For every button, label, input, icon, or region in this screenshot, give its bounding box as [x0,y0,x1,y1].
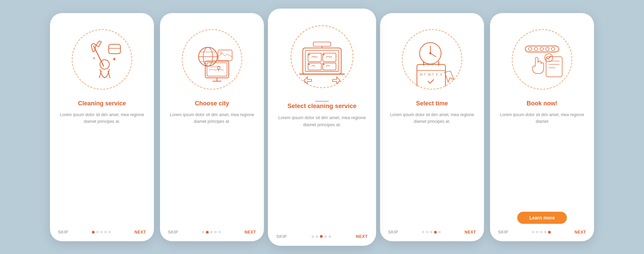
icon-area-3 [287,18,357,95]
dot-4-1 [422,231,424,233]
icon-area-4: M T W T F S [398,22,466,96]
card4-skip[interactable]: SKIP [388,230,398,235]
card5-footer: SKIP NEXT [498,227,586,235]
card1-title: Cleaning service [78,100,126,107]
card1-desc: Lorem ipsum dolor sit dim amet, mea regi… [58,111,146,222]
dot-1-5 [108,231,111,233]
dot-2-1 [202,231,204,233]
card5-next[interactable]: NEXT [575,230,586,235]
card5-desc: Lorem ipsum dolor sit dim amet, mea regi… [498,111,586,207]
card4-desc: Lorem ipsum dolor sit dim amet, mea regi… [388,111,476,222]
screens-container: ✦ ✦ Cleaning service Lorem ipsum dolor s… [50,13,594,241]
card3-dots [312,235,331,238]
dot-3-1 [312,235,314,237]
card5-skip[interactable]: SKIP [498,230,508,235]
card4-dots [422,231,441,234]
dot-1-3 [100,231,103,233]
dot-3-3 [320,235,323,238]
dashed-circle-5 [512,29,572,90]
phone-card-4: M T W T F S Select time Lorem ipsum dolo… [380,13,484,241]
dashed-circle-4 [402,29,462,90]
card1-skip[interactable]: SKIP [58,230,68,235]
dot-5-5 [548,231,551,234]
card4-title: Select time [416,100,448,107]
dot-2-3 [210,231,213,233]
card2-skip[interactable]: SKIP [168,230,178,235]
dot-5-4 [544,231,546,233]
icon-area-1: ✦ ✦ [68,22,136,96]
dot-4-2 [426,231,428,233]
card2-next[interactable]: NEXT [245,230,256,235]
dot-4-3 [430,231,432,233]
card2-footer: SKIP NEXT [168,227,256,235]
card4-footer: SKIP NEXT [388,227,476,235]
phone-card-2: Choose city Lorem ipsum dolor sit dim am… [160,13,264,241]
card1-dots [92,231,111,234]
card1-next[interactable]: NEXT [135,230,146,235]
dot-2-2 [206,231,209,234]
phone-card-1: ✦ ✦ Cleaning service Lorem ipsum dolor s… [50,13,154,241]
card5-title: Book now! [527,100,557,107]
icon-area-2 [178,22,246,96]
card2-desc: Lorem ipsum dolor sit dim amet, mea regi… [168,111,256,222]
card1-footer: SKIP NEXT [58,227,146,235]
card3-scrollbar [315,100,329,102]
dot-1-1 [92,231,95,234]
card3-skip[interactable]: SKIP [276,234,287,239]
dot-3-5 [329,235,331,237]
card2-title: Choose city [195,100,229,107]
dot-2-4 [214,231,217,233]
dashed-circle-1 [72,29,132,90]
dot-5-1 [532,231,534,233]
phone-card-5: Book now! Lorem ipsum dolor sit dim amet… [490,13,594,241]
dot-3-4 [324,235,327,237]
dot-4-4 [434,231,437,234]
icon-area-5 [508,22,576,96]
dashed-circle-2 [182,29,242,90]
card4-next[interactable]: NEXT [465,230,476,235]
dot-4-5 [438,231,441,233]
card3-desc: Lorem ipsum dolor sit dim amet, mea regi… [276,114,368,226]
dashed-circle-3 [290,25,353,88]
card3-next[interactable]: NEXT [356,234,368,239]
dot-5-3 [540,231,542,233]
card2-dots [202,231,221,234]
dot-1-2 [96,231,99,233]
phone-card-3: Select cleaning service Lorem ipsum dolo… [268,8,376,246]
dot-1-4 [104,231,107,233]
card3-title: Select cleaning service [287,102,357,110]
dot-2-5 [218,231,221,233]
dot-5-2 [536,231,538,233]
card5-dots [532,231,551,234]
card3-footer: SKIP NEXT [276,231,368,239]
dot-3-2 [316,235,318,237]
learn-more-button[interactable]: Learn more [517,212,567,224]
